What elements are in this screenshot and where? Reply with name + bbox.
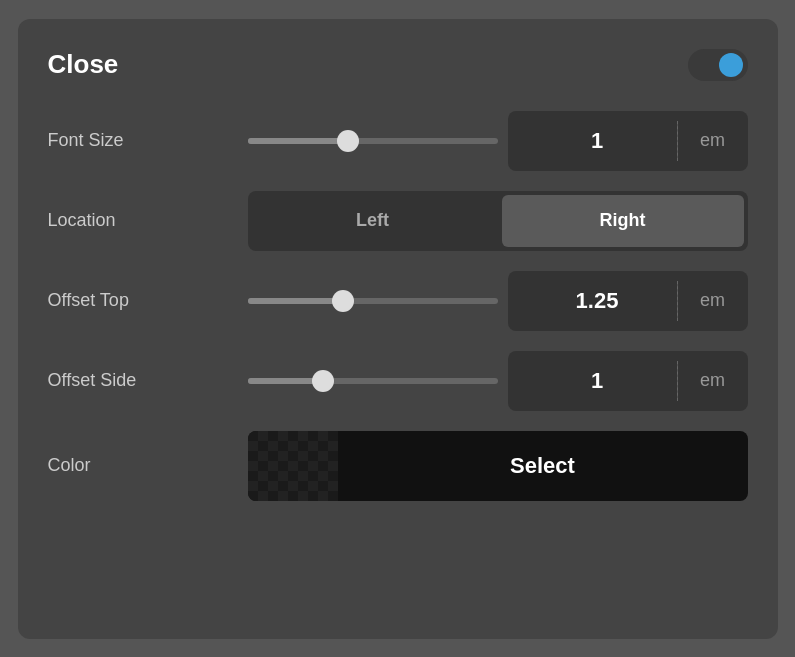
offset-side-value-box: 1 em [508, 351, 748, 411]
font-size-row: Font Size 1 em [48, 111, 748, 171]
color-row: Color Select [48, 431, 748, 501]
slider-fill [248, 138, 348, 144]
location-toggle: Left Right [248, 191, 748, 251]
offset-top-control: 1.25 em [248, 271, 748, 331]
slider-track [248, 298, 498, 304]
offset-top-unit: em [678, 290, 748, 311]
slider-track [248, 378, 498, 384]
offset-side-slider[interactable] [248, 378, 498, 384]
slider-track [248, 138, 498, 144]
font-size-value[interactable]: 1 [508, 128, 677, 154]
location-left-btn[interactable]: Left [252, 195, 494, 247]
offset-side-control: 1 em [248, 351, 748, 411]
offset-top-value-box: 1.25 em [508, 271, 748, 331]
offset-side-unit: em [678, 370, 748, 391]
slider-fill [248, 298, 343, 304]
font-size-value-box: 1 em [508, 111, 748, 171]
color-label: Color [48, 455, 248, 476]
offset-top-label: Offset Top [48, 290, 248, 311]
offset-side-label: Offset Side [48, 370, 248, 391]
offset-top-slider[interactable] [248, 298, 498, 304]
font-size-slider[interactable] [248, 138, 498, 144]
font-size-label: Font Size [48, 130, 248, 151]
color-control: Select [248, 431, 748, 501]
offset-side-row: Offset Side 1 em [48, 351, 748, 411]
color-select-container[interactable]: Select [248, 431, 748, 501]
offset-top-value[interactable]: 1.25 [508, 288, 677, 314]
color-preview [248, 431, 338, 501]
slider-thumb[interactable] [337, 130, 359, 152]
offset-side-value[interactable]: 1 [508, 368, 677, 394]
font-size-control: 1 em [248, 111, 748, 171]
location-row: Location Left Right [48, 191, 748, 251]
location-label: Location [48, 210, 248, 231]
color-select-label[interactable]: Select [338, 453, 748, 479]
slider-thumb[interactable] [332, 290, 354, 312]
panel-header: Close [48, 49, 748, 81]
panel-title: Close [48, 49, 119, 80]
slider-thumb[interactable] [312, 370, 334, 392]
location-right-btn[interactable]: Right [502, 195, 744, 247]
location-control: Left Right [248, 191, 748, 251]
enable-toggle[interactable] [688, 49, 748, 81]
offset-top-row: Offset Top 1.25 em [48, 271, 748, 331]
font-size-unit: em [678, 130, 748, 151]
toggle-knob [719, 53, 743, 77]
settings-panel: Close Font Size 1 em Location Le [18, 19, 778, 639]
